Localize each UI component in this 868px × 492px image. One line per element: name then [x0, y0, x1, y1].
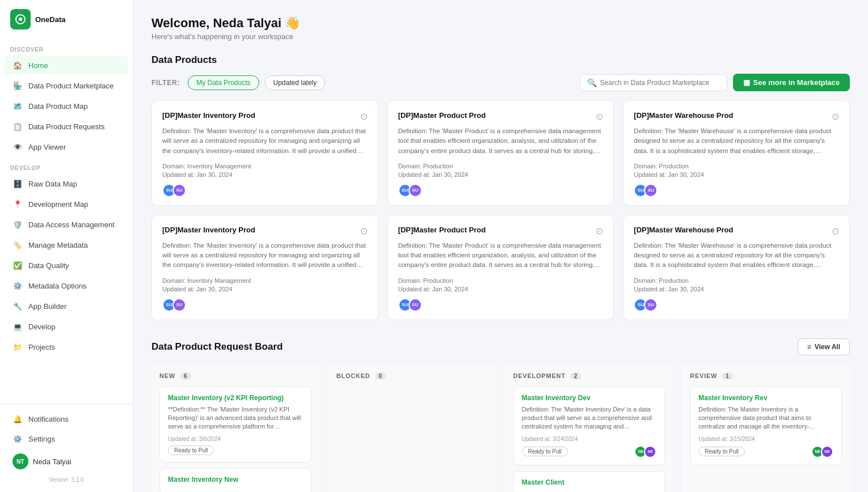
status-pill: Ready to Pull: [168, 446, 214, 455]
sidebar-item-projects[interactable]: 📁 Projects: [5, 337, 128, 357]
sidebar-item-requests-label: Data Product Requests: [28, 122, 104, 131]
user-profile-row[interactable]: NT Neda Talyai: [5, 449, 128, 474]
col-title: NEW: [159, 372, 175, 379]
data-product-card[interactable]: [DP]Master Product Prod ⊙ Definition: Th…: [387, 100, 614, 206]
card-updated: Updated at: Jan 30, 2024: [162, 171, 368, 178]
view-all-button[interactable]: ≡ View All: [798, 338, 850, 355]
version-label: Version: 3.1.0: [0, 474, 133, 487]
board-column-development: DEVELOPMENT 2 Master Inventory Dev Defin…: [505, 364, 673, 493]
board-card[interactable]: Master Inventory Dev Definition: The 'Ma…: [513, 387, 665, 465]
gear-icon: ⚙️: [12, 434, 23, 444]
board-header: Data Product Request Board ≡ View All: [151, 338, 850, 355]
col-header: DEVELOPMENT 2: [513, 372, 665, 380]
sidebar-item-notifications[interactable]: 🔔 Notifications: [5, 409, 128, 429]
list-icon: ≡: [807, 343, 811, 351]
sidebar-item-data-access-management[interactable]: 🛡️ Data Access Management: [5, 215, 128, 234]
card-title: [DP]Master Warehouse Prod: [634, 226, 733, 234]
board-card-avatar: NE: [644, 446, 656, 458]
card-settings-icon[interactable]: ⊙: [832, 226, 839, 236]
card-settings-icon[interactable]: ⊙: [596, 226, 603, 236]
card-title: [DP]Master Inventory Prod: [162, 111, 255, 120]
data-product-card[interactable]: [DP]Master Inventory Prod ⊙ Definition: …: [151, 100, 378, 206]
board-card-title[interactable]: Master Client: [522, 478, 657, 486]
card-avatars: SUSU: [162, 298, 368, 312]
card-domain: Domain: Production: [634, 277, 839, 284]
sidebar-item-app-viewer[interactable]: 👁️ App Viewer: [5, 137, 128, 156]
col-header: BLOCKED 0: [336, 372, 488, 380]
board-card-title[interactable]: Master Inventory Dev: [522, 394, 657, 402]
sidebar-item-manage-metadata[interactable]: 🏷️ Manage Metadata: [5, 235, 128, 255]
store-icon: 🏪: [12, 80, 23, 91]
board-column-review: REVIEW 1 Master Inventory Rev Definition…: [682, 364, 850, 493]
sidebar-item-data-product-marketplace[interactable]: 🏪 Data Product Marketplace: [5, 76, 128, 95]
sidebar-item-settings[interactable]: ⚙️ Settings: [5, 429, 128, 448]
board-card[interactable]: Master Inventory New: [159, 468, 311, 492]
card-avatars: SUSU: [162, 184, 368, 197]
col-badge: 6: [180, 372, 191, 380]
search-input[interactable]: [600, 79, 720, 87]
board-card-avatars: NENE: [811, 446, 833, 458]
card-title: [DP]Master Product Prod: [398, 111, 486, 120]
board-columns: NEW 6 Master Inventory (v2 KPI Reporting…: [151, 364, 850, 493]
sidebar-item-home[interactable]: 🏠 Home: [5, 56, 128, 75]
board-card-title[interactable]: Master Inventory (v2 KPI Reporting): [168, 394, 303, 402]
board-card[interactable]: Master Inventory Rev Definition: The Mas…: [690, 387, 842, 465]
card-settings-icon[interactable]: ⊙: [596, 111, 603, 122]
sidebar-item-map-label: Data Product Map: [28, 102, 88, 111]
tag-icon: 🏷️: [12, 240, 23, 250]
sidebar-item-metaopts-label: Metadata Options: [28, 282, 87, 290]
status-pill: Ready to Pull: [522, 447, 568, 456]
sidebar-item-development-map[interactable]: 📍 Development Map: [5, 194, 128, 214]
wrench-icon: 🔧: [12, 301, 23, 311]
data-product-card[interactable]: [DP]Master Inventory Prod ⊙ Definition: …: [151, 215, 378, 320]
sidebar-item-marketplace-label: Data Product Marketplace: [28, 82, 113, 90]
card-settings-icon[interactable]: ⊙: [360, 111, 368, 122]
sidebar-item-app-builder[interactable]: 🔧 App Builder: [5, 296, 128, 316]
data-product-card[interactable]: [DP]Master Warehouse Prod ⊙ Definition: …: [623, 215, 850, 320]
filter-row: FILTER: My Data Products Updated lately …: [151, 74, 850, 91]
filter-chip-my-data-products[interactable]: My Data Products: [188, 75, 259, 90]
notifications-label: Notifications: [28, 415, 69, 423]
card-description: Definition: The 'Master Product' is a co…: [398, 241, 604, 270]
card-description: Definition: The 'Master Warehouse' is a …: [634, 241, 839, 270]
data-product-card[interactable]: [DP]Master Warehouse Prod ⊙ Definition: …: [623, 100, 850, 206]
board-card-title[interactable]: Master Inventory New: [168, 476, 303, 483]
welcome-title: Welcome, Neda Talyai 👋: [151, 16, 850, 31]
map-icon: 🗺️: [12, 101, 23, 111]
board-card[interactable]: Master Client: [513, 471, 665, 492]
discover-section-label: DISCOVER: [0, 39, 133, 55]
filter-chip-updated-lately[interactable]: Updated lately: [265, 75, 326, 90]
board-card-desc: Definition: The Master Inventory is a co…: [698, 405, 833, 431]
col-badge: 0: [375, 372, 386, 380]
bell-icon: 🔔: [12, 414, 23, 424]
data-product-card[interactable]: [DP]Master Product Prod ⊙ Definition: Th…: [387, 215, 614, 320]
develop-section-label: DEVELOP: [0, 157, 133, 173]
card-settings-icon[interactable]: ⊙: [360, 226, 368, 236]
sidebar-item-raw-data-map[interactable]: 🗄️ Raw Data Map: [5, 174, 128, 193]
sidebar-item-appbuilder-label: App Builder: [28, 302, 66, 311]
sidebar-item-data-product-requests[interactable]: 📋 Data Product Requests: [5, 117, 128, 136]
sidebar-item-develop[interactable]: 💻 Develop: [5, 317, 128, 336]
card-domain: Domain: Inventory Management: [162, 163, 368, 169]
board-card-title[interactable]: Master Inventory Rev: [698, 394, 833, 402]
sidebar-item-metadata-options[interactable]: ⚙️ Metadata Options: [5, 276, 128, 295]
board-card-footer: Ready to Pull: [168, 446, 303, 455]
sidebar-item-data-product-map[interactable]: 🗺️ Data Product Map: [5, 96, 128, 116]
board-card-meta: Updated at: 3/6/2024: [168, 436, 303, 442]
code-icon: 💻: [12, 321, 23, 332]
card-settings-icon[interactable]: ⊙: [832, 111, 839, 122]
card-header: [DP]Master Product Prod ⊙: [398, 226, 604, 236]
see-more-marketplace-button[interactable]: ▦ See more in Marketplace: [733, 74, 850, 91]
sidebar-item-data-quality[interactable]: ✅ Data Quality: [5, 256, 128, 275]
main-content: Welcome, Neda Talyai 👋 Here's what's hap…: [133, 0, 868, 492]
card-avatars: SUSU: [398, 184, 604, 197]
card-updated: Updated at: Jan 30, 2024: [634, 286, 839, 292]
board-card-avatar: NE: [821, 446, 833, 458]
col-title: DEVELOPMENT: [513, 372, 566, 379]
col-header: REVIEW 1: [690, 372, 842, 380]
board-title: Data Product Request Board: [151, 341, 283, 353]
empty-column: [336, 387, 488, 455]
board-card[interactable]: Master Inventory (v2 KPI Reporting) **De…: [159, 387, 311, 463]
folder-icon: 📁: [12, 342, 23, 352]
database-icon: 🗄️: [12, 179, 23, 189]
